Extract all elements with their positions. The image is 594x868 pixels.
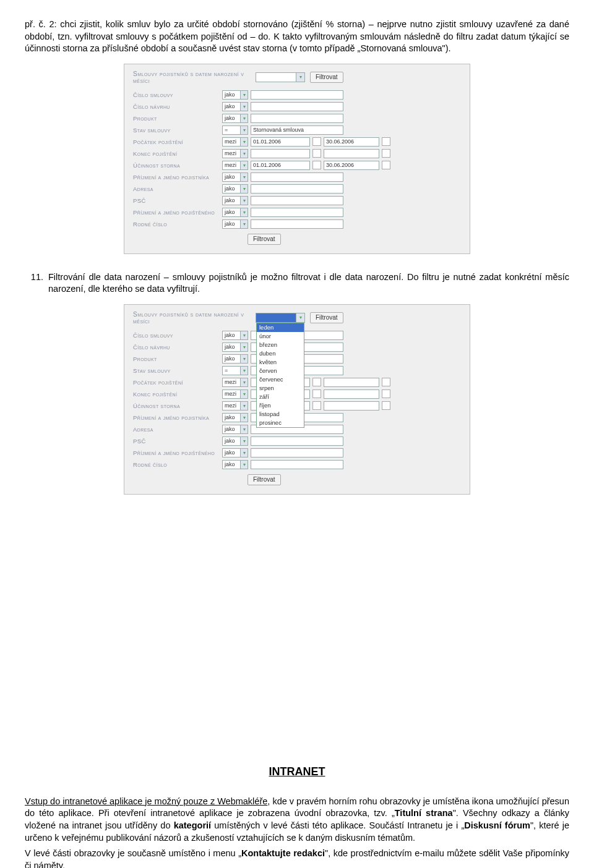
operator-select[interactable]: jako (222, 196, 248, 205)
operator-select[interactable]: mezi (222, 137, 248, 147)
operator-select[interactable]: jako (222, 102, 248, 111)
operator-select[interactable]: mezi (222, 389, 248, 399)
month-option[interactable]: srpen (257, 384, 304, 393)
filter-row: Počátek pojištěnímezi01.01.200630.06.200… (133, 136, 461, 148)
value-input[interactable] (251, 184, 343, 194)
value-input[interactable] (251, 219, 343, 229)
value-input[interactable] (251, 90, 343, 100)
operator-select[interactable]: mezi (222, 149, 248, 158)
calendar-icon[interactable] (382, 149, 390, 158)
operator-select[interactable]: jako (222, 413, 248, 422)
value-input[interactable] (251, 460, 343, 469)
intranet-p1: Vstup do intranetové aplikace je možný p… (25, 796, 569, 844)
chevron-down-icon (296, 313, 304, 322)
value-input[interactable] (251, 436, 343, 446)
month-select[interactable] (256, 72, 305, 82)
month-option[interactable]: červenec (257, 375, 304, 384)
operator-select[interactable]: = (222, 126, 248, 135)
calendar-icon[interactable] (382, 389, 390, 398)
filter-row-label: Rodné číslo (133, 221, 220, 228)
chevron-down-icon (240, 437, 248, 445)
operator-select[interactable]: jako (222, 343, 248, 352)
calendar-icon[interactable] (312, 401, 321, 410)
calendar-icon[interactable] (382, 378, 390, 386)
month-option[interactable]: prosinec (257, 419, 304, 427)
value-input[interactable] (251, 448, 343, 457)
chevron-down-icon (240, 91, 248, 99)
operator-select[interactable]: = (222, 366, 248, 375)
operator-select[interactable]: jako (222, 184, 248, 194)
filter-row-label: Konec pojištění (133, 391, 220, 398)
value-input[interactable] (251, 102, 343, 111)
calendar-icon[interactable] (382, 401, 390, 410)
operator-select[interactable]: jako (222, 219, 248, 229)
date-to-input[interactable] (324, 401, 379, 411)
month-option[interactable]: září (257, 393, 304, 401)
filter1-title: Smlouvy pojistníků s datem narození v mě… (133, 70, 251, 84)
calendar-icon[interactable] (382, 137, 390, 146)
chevron-down-icon (240, 197, 248, 205)
filtrovat-button-bottom[interactable]: Filtrovat (248, 474, 281, 485)
date-to-input[interactable]: 30.06.2006 (324, 161, 379, 170)
operator-select[interactable]: jako (222, 354, 248, 364)
month-option[interactable]: červen (257, 367, 304, 375)
calendar-icon[interactable] (312, 161, 321, 169)
value-input[interactable] (251, 114, 343, 123)
filter-row: Produktjako (133, 113, 461, 124)
filtrovat-button-top[interactable]: Filtrovat (310, 72, 343, 83)
date-to-input[interactable] (324, 389, 379, 399)
month-option[interactable]: březen (257, 341, 304, 349)
calendar-icon[interactable] (382, 161, 390, 169)
month-select-open[interactable]: ledenúnorbřezendubenkvětenčervenčervenec… (256, 313, 305, 323)
filter-row-label: Číslo smlouvy (133, 332, 220, 339)
filter-row: Číslo smlouvyjako (133, 89, 461, 101)
filter-row: Příjmení a jméno pojistníkajako (133, 171, 461, 183)
month-option[interactable]: květen (257, 358, 304, 367)
operator-select[interactable]: jako (222, 448, 248, 457)
filter-row-label: Konec pojištění (133, 150, 220, 157)
date-to-input[interactable]: 30.06.2006 (324, 137, 379, 147)
date-to-input[interactable] (324, 378, 379, 387)
operator-select[interactable]: jako (222, 114, 248, 123)
calendar-icon[interactable] (312, 137, 321, 146)
filter-row: PSČjako (133, 195, 461, 206)
filter-row: Konec pojištěnímezi (133, 148, 461, 160)
value-input[interactable] (251, 208, 343, 217)
list-item-11: Filtrování dle data narození – smlouvy p… (25, 271, 569, 296)
month-option[interactable]: listopad (257, 410, 304, 419)
operator-select[interactable]: jako (222, 208, 248, 217)
operator-select[interactable]: jako (222, 425, 248, 434)
value-input[interactable]: Stornovaná smlouva (251, 126, 343, 135)
value-input[interactable] (251, 196, 343, 205)
filter-row-label: Počátek pojištění (133, 138, 220, 145)
month-option[interactable]: říjen (257, 401, 304, 410)
calendar-icon[interactable] (312, 389, 321, 398)
calendar-icon[interactable] (312, 378, 321, 386)
chevron-down-icon (240, 103, 248, 111)
month-option[interactable]: únor (257, 332, 304, 341)
filtrovat-button-bottom[interactable]: Filtrovat (248, 234, 281, 245)
operator-select[interactable]: mezi (222, 161, 248, 170)
operator-select[interactable]: jako (222, 436, 248, 446)
month-option[interactable]: leden (257, 323, 304, 332)
value-input[interactable] (251, 172, 343, 182)
filtrovat-button-top[interactable]: Filtrovat (310, 312, 343, 323)
month-option[interactable]: duben (257, 349, 304, 358)
filter-row: PSČjako (133, 435, 461, 447)
operator-select[interactable]: jako (222, 90, 248, 100)
operator-select[interactable]: mezi (222, 378, 248, 387)
operator-select[interactable]: jako (222, 172, 248, 182)
intranet-heading: INTRANET (25, 765, 569, 778)
operator-select[interactable]: jako (222, 460, 248, 469)
date-from-input[interactable]: 01.01.2006 (251, 137, 310, 147)
date-from-input[interactable] (251, 149, 310, 158)
month-dropdown-list[interactable]: ledenúnorbřezendubenkvětenčervenčervenec… (256, 323, 304, 428)
operator-select[interactable]: jako (222, 331, 248, 340)
calendar-icon[interactable] (312, 149, 321, 158)
date-from-input[interactable]: 01.01.2006 (251, 161, 310, 170)
chevron-down-icon (240, 150, 248, 158)
chevron-down-icon (240, 378, 248, 386)
date-to-input[interactable] (324, 149, 379, 158)
filter-row-label: Příjmení a jméno pojištěného (133, 209, 220, 216)
operator-select[interactable]: mezi (222, 401, 248, 411)
